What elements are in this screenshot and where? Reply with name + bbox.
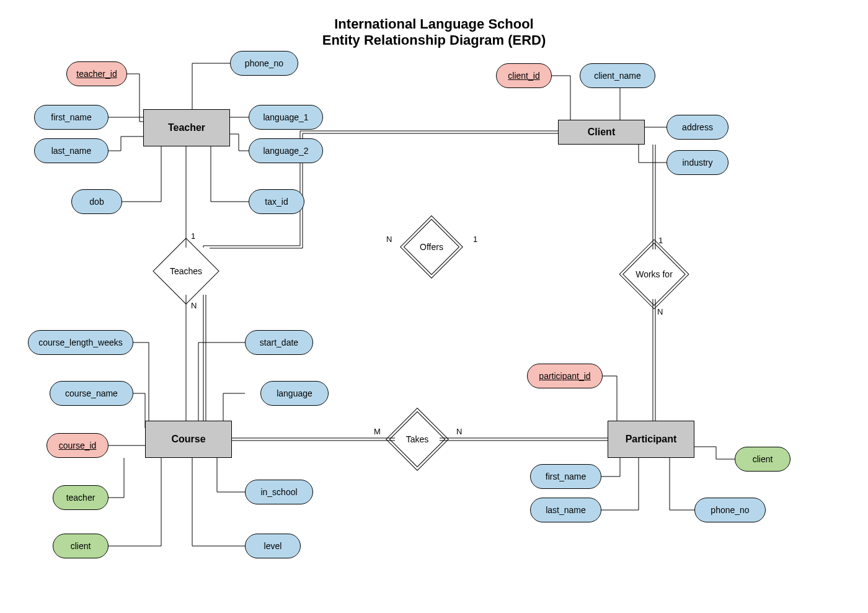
title-line-1: International Language School <box>0 16 868 32</box>
card-offers-n: N <box>386 235 392 244</box>
attr-course-level: level <box>245 534 301 558</box>
attr-teacher-dob: dob <box>71 189 122 214</box>
attr-teacher-language-2: language_2 <box>249 138 323 163</box>
attr-teacher-id: teacher_id <box>66 61 127 86</box>
relationship-offers: Offers <box>409 225 454 269</box>
attr-participant-first-name: first_name <box>530 464 601 489</box>
attr-client-address: address <box>666 115 728 140</box>
relationship-teaches: Teaches <box>162 248 210 295</box>
attr-teacher-id-label: teacher_id <box>76 69 117 79</box>
card-worksfor-1: 1 <box>658 236 663 245</box>
card-worksfor-n: N <box>657 307 663 316</box>
attr-course-length-weeks: course_length_weeks <box>28 330 133 355</box>
attr-course-language: language <box>260 381 329 406</box>
attr-client-name: client_name <box>580 63 655 88</box>
relationship-teaches-label: Teaches <box>162 248 210 295</box>
attr-client-industry: industry <box>666 150 728 175</box>
attr-client-id: client_id <box>496 63 552 88</box>
card-teaches-1: 1 <box>191 231 195 241</box>
attr-course-client: client <box>53 534 108 558</box>
entity-teacher: Teacher <box>143 109 230 146</box>
attr-participant-phone-no: phone_no <box>694 498 766 522</box>
attr-client-id-label: client_id <box>508 71 539 81</box>
attr-course-id-label: course_id <box>59 441 97 450</box>
entity-course: Course <box>145 421 232 458</box>
relationship-takes-label: Takes <box>395 417 440 462</box>
attr-participant-id: participant_id <box>527 364 603 388</box>
relationship-offers-label: Offers <box>409 225 454 269</box>
attr-teacher-tax-id: tax_id <box>249 189 304 214</box>
attr-course-in-school: in_school <box>245 480 313 504</box>
attr-teacher-phone-no: phone_no <box>230 51 298 76</box>
card-takes-n: N <box>456 427 462 436</box>
attr-participant-id-label: participant_id <box>539 371 590 381</box>
attr-teacher-last-name: last_name <box>34 138 108 163</box>
relationship-worksfor: Works for <box>629 249 679 299</box>
title-line-2: Entity Relationship Diagram (ERD) <box>0 32 868 48</box>
attr-course-id: course_id <box>46 433 108 458</box>
attr-course-teacher: teacher <box>53 485 108 510</box>
attr-teacher-first-name: first_name <box>34 105 108 130</box>
entity-client: Client <box>558 120 645 145</box>
card-takes-m: M <box>374 427 381 436</box>
relationship-takes: Takes <box>395 417 440 462</box>
entity-participant: Participant <box>608 421 694 458</box>
attr-participant-last-name: last_name <box>530 498 601 522</box>
card-teaches-n: N <box>191 301 197 310</box>
relationship-worksfor-label: Works for <box>629 249 679 299</box>
attr-participant-client: client <box>735 447 790 472</box>
attr-course-start-date: start_date <box>245 330 313 355</box>
card-offers-1: 1 <box>473 235 477 244</box>
attr-course-name: course_name <box>50 381 133 406</box>
erd-canvas: International Language School Entity Rel… <box>0 0 868 613</box>
attr-teacher-language-1: language_1 <box>249 105 323 130</box>
